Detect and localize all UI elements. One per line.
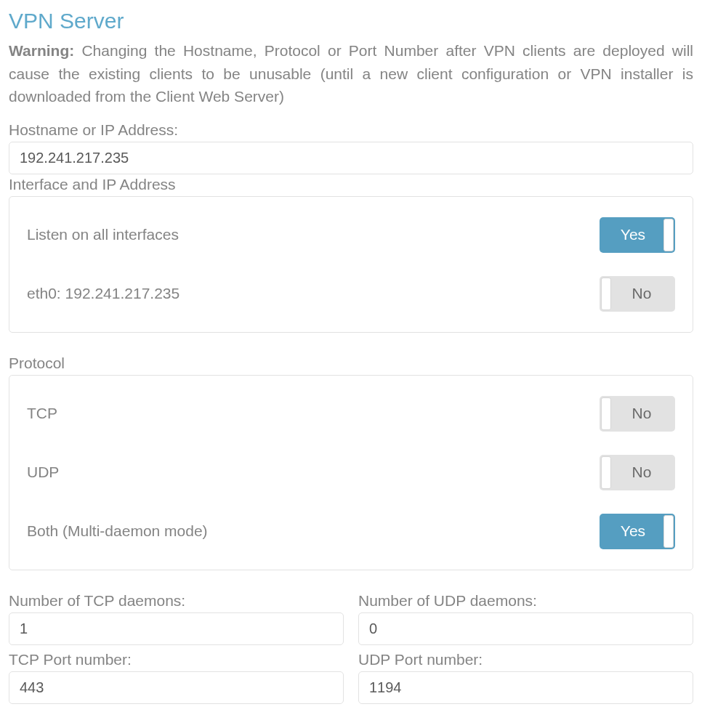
protocol-row-udp-label: UDP	[27, 464, 59, 481]
protocol-row-tcp-label: TCP	[27, 405, 57, 422]
protocol-row-tcp: TCP No	[27, 392, 675, 443]
toggle-label: No	[624, 464, 652, 481]
udp-port-input[interactable]	[358, 671, 693, 704]
interface-row-all: Listen on all interfaces Yes	[27, 213, 675, 264]
toggle-handle	[601, 456, 611, 489]
toggle-handle	[601, 397, 611, 430]
toggle-handle	[601, 278, 611, 310]
toggle-label: Yes	[621, 226, 654, 243]
toggle-both[interactable]: Yes	[600, 514, 675, 549]
toggle-eth0[interactable]: No	[600, 276, 675, 312]
protocol-row-both-label: Both (Multi-daemon mode)	[27, 522, 208, 540]
protocol-panel: TCP No UDP No Both (Multi-daemon mode) Y…	[9, 375, 693, 570]
page-title: VPN Server	[9, 9, 693, 33]
toggle-tcp[interactable]: No	[600, 396, 675, 432]
interface-row-eth0: eth0: 192.241.217.235 No	[27, 264, 675, 316]
toggle-handle	[663, 219, 674, 251]
protocol-row-both: Both (Multi-daemon mode) Yes	[27, 502, 675, 554]
hostname-label: Hostname or IP Address:	[9, 121, 693, 139]
toggle-label: No	[624, 405, 652, 422]
toggle-listen-all[interactable]: Yes	[600, 217, 675, 253]
udp-daemons-label: Number of UDP daemons:	[358, 592, 693, 610]
toggle-handle	[663, 515, 674, 548]
udp-daemons-input[interactable]	[358, 612, 693, 645]
protocol-section-label: Protocol	[9, 355, 693, 372]
toggle-label: No	[624, 285, 652, 302]
hostname-input[interactable]	[9, 142, 693, 174]
interface-row-all-label: Listen on all interfaces	[27, 226, 179, 243]
warning-body: Changing the Hostname, Protocol or Port …	[9, 42, 693, 105]
interface-row-eth0-label: eth0: 192.241.217.235	[27, 285, 179, 302]
tcp-daemons-label: Number of TCP daemons:	[9, 592, 344, 610]
warning-message: Warning: Changing the Hostname, Protocol…	[9, 39, 693, 108]
interface-panel: Listen on all interfaces Yes eth0: 192.2…	[9, 196, 693, 333]
toggle-udp[interactable]: No	[600, 455, 675, 490]
protocol-row-udp: UDP No	[27, 443, 675, 502]
tcp-daemons-input[interactable]	[9, 612, 344, 645]
tcp-port-label: TCP Port number:	[9, 651, 344, 668]
interface-section-label: Interface and IP Address	[9, 176, 693, 193]
toggle-label: Yes	[621, 522, 654, 540]
tcp-port-input[interactable]	[9, 671, 344, 704]
warning-label: Warning:	[9, 42, 74, 59]
udp-port-label: UDP Port number:	[358, 651, 693, 668]
